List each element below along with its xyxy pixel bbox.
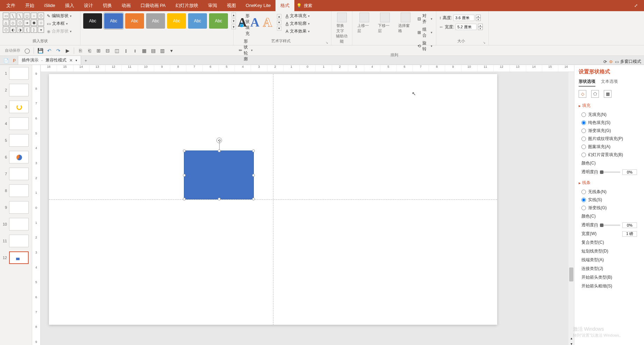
tab-format[interactable]: 格式 xyxy=(276,0,294,11)
doc-close-icon[interactable]: ✕ xyxy=(69,58,73,63)
multi-window-button[interactable]: ▭ 多窗口模式 xyxy=(615,59,641,65)
qat-btn-1[interactable]: ⎘ xyxy=(76,46,85,55)
next-slide-button[interactable]: ▾ xyxy=(568,342,574,345)
fill-gradient-radio[interactable]: 渐变填充(G) xyxy=(579,127,640,135)
wa-down-icon[interactable]: ▾ xyxy=(277,20,281,25)
qat-btn-7[interactable]: ⫾ xyxy=(131,46,139,55)
qat-btn-2[interactable]: ⎗ xyxy=(85,46,94,55)
edit-shape-button[interactable]: ✎编辑形状 xyxy=(46,13,72,19)
qat-btn-4[interactable]: ⊟ xyxy=(103,46,112,55)
thumbnail-row[interactable]: 6 xyxy=(0,149,32,166)
line-gradient-radio[interactable]: 渐变线(G) xyxy=(579,204,640,212)
align-button[interactable]: ⊟对齐 xyxy=(417,13,433,25)
thumbnail-preview[interactable] xyxy=(9,84,29,96)
fill-slidebg-radio[interactable]: 幻灯片背景填充(B) xyxy=(579,151,640,159)
tab-home[interactable]: 开始 xyxy=(20,0,39,11)
tab-animation[interactable]: 动画 xyxy=(117,0,136,11)
redo-button[interactable]: ↷ xyxy=(54,46,63,55)
doc-dropdown-icon[interactable]: ▾ xyxy=(76,59,77,62)
fill-trans-slider[interactable] xyxy=(600,171,620,173)
height-input[interactable] xyxy=(453,15,474,21)
fill-solid-radio[interactable]: 纯色填充(S) xyxy=(579,119,640,127)
undo-button[interactable]: ↶ xyxy=(45,46,53,55)
thumbnail-row[interactable]: 7 xyxy=(0,166,32,182)
thumbnail-row[interactable]: 5 xyxy=(0,132,32,149)
document-tab[interactable]: 插件演示 - 兼容性模式 ✕ ▾ xyxy=(18,56,81,65)
qat-btn-6[interactable]: ⫿ xyxy=(122,46,130,55)
thumbnail-row[interactable]: 2 xyxy=(0,82,32,98)
shape-style-gallery[interactable]: Abc Abc Abc Abc Abc Abc Abc ▴ ▾ ▾ xyxy=(83,13,236,29)
width-down[interactable]: ▾ xyxy=(478,27,483,30)
text-fill-button[interactable]: A文本填充 xyxy=(285,13,310,19)
tab-insert[interactable]: 插入 xyxy=(60,0,79,11)
dash-type-row[interactable]: 短划线类型(D) xyxy=(579,247,640,256)
wordart-style-1[interactable]: A xyxy=(238,15,247,30)
wa-more-icon[interactable]: ▾ xyxy=(277,26,281,31)
tab-slideshow[interactable]: 幻灯片放映 xyxy=(171,0,203,11)
canvas-scrollbar[interactable]: ▴ ▾ xyxy=(568,72,574,345)
thumbnail-row[interactable]: 9 xyxy=(0,199,32,216)
tab-view[interactable]: 视图 xyxy=(222,0,241,11)
thumbnail-row[interactable]: 3 xyxy=(0,98,32,115)
tab-file[interactable]: 文件 xyxy=(1,0,20,11)
thumbnail-preview[interactable] xyxy=(9,101,29,113)
thumbnail-row[interactable]: 1 xyxy=(0,65,32,82)
pane-size-icon[interactable]: ▦ xyxy=(604,90,611,98)
wa-up-icon[interactable]: ▴ xyxy=(277,14,281,19)
pane-fill-line-icon[interactable]: ◇ xyxy=(579,90,586,98)
thumbnail-preview[interactable] xyxy=(9,67,29,80)
line-solid-radio[interactable]: 实线(S) xyxy=(579,196,640,204)
tab-design[interactable]: 设计 xyxy=(79,0,98,11)
line-section-header[interactable]: ▸ 线条 xyxy=(579,180,640,186)
begin-arrow-row[interactable]: 开始箭头类型(B) xyxy=(579,273,640,282)
style-dark[interactable]: Abc xyxy=(83,13,102,29)
text-outline-button[interactable]: A文本轮廓 xyxy=(285,20,310,27)
thumbnail-preview[interactable] xyxy=(9,218,29,230)
thumbnail-preview[interactable] xyxy=(9,201,29,214)
thumbnail-row[interactable]: 11 xyxy=(0,233,32,249)
pane-effects-icon[interactable]: ⬠ xyxy=(591,90,599,98)
line-trans-input[interactable] xyxy=(622,222,637,228)
qat-btn-5[interactable]: ◫ xyxy=(113,46,121,55)
tab-transition[interactable]: 切换 xyxy=(98,0,117,11)
handle-nw[interactable] xyxy=(183,149,186,152)
tab-islide[interactable]: iSlide xyxy=(39,0,60,11)
autosave-toggle[interactable]: ◯ xyxy=(23,46,31,55)
height-down[interactable]: ▾ xyxy=(476,18,481,21)
selected-rectangle-shape[interactable]: ⟲ xyxy=(184,151,254,199)
handle-e[interactable] xyxy=(252,174,255,177)
tell-me-search[interactable]: 💡 搜索 xyxy=(294,3,312,9)
join-type-row[interactable]: 连接类型(J) xyxy=(579,264,640,273)
qat-btn-8[interactable]: ▦ xyxy=(140,46,148,55)
setting-icon-2[interactable]: ⚙ xyxy=(609,59,613,64)
thumbnail-preview[interactable] xyxy=(9,184,29,197)
fill-picture-radio[interactable]: 图片或纹理填充(P) xyxy=(579,135,640,143)
handle-n[interactable] xyxy=(218,149,221,152)
style-orange[interactable]: Abc xyxy=(125,13,144,29)
wordart-dialog-launcher[interactable]: ↘ xyxy=(325,41,328,44)
height-up[interactable]: ▴ xyxy=(476,15,481,18)
handle-sw[interactable] xyxy=(183,198,186,200)
setting-icon-1[interactable]: ⟳ xyxy=(603,59,607,64)
thumbnail-row[interactable]: 12 xyxy=(0,249,32,266)
line-color-row[interactable]: 颜色(C) xyxy=(579,212,640,221)
thumbnail-preview[interactable] xyxy=(9,134,29,147)
fill-trans-input[interactable] xyxy=(622,169,637,175)
thumbnail-preview[interactable] xyxy=(9,117,29,130)
selection-pane-button[interactable]: 选择窗格 xyxy=(396,13,415,34)
thumbnail-preview[interactable] xyxy=(9,235,29,247)
qat-btn-3[interactable]: ⊞ xyxy=(94,46,103,55)
style-gray[interactable]: Abc xyxy=(146,13,165,29)
prev-slide-button[interactable]: ▴ xyxy=(568,336,574,340)
send-backward-button[interactable]: 下移一层 xyxy=(376,13,394,34)
handle-se[interactable] xyxy=(252,198,255,200)
ribbon-collapse-icon[interactable]: ⤢ xyxy=(634,3,638,8)
tab-review[interactable]: 审阅 xyxy=(203,0,222,11)
cap-type-row[interactable]: 线端类型(A) xyxy=(579,256,640,264)
scroll-thumb[interactable] xyxy=(569,267,573,281)
fill-none-radio[interactable]: 无填充(N) xyxy=(579,111,640,119)
handle-ne[interactable] xyxy=(252,149,255,152)
fill-section-header[interactable]: ▸ 填充 xyxy=(579,103,640,109)
fill-pattern-radio[interactable]: 图案填充(A) xyxy=(579,143,640,151)
line-width-input[interactable] xyxy=(622,231,637,237)
